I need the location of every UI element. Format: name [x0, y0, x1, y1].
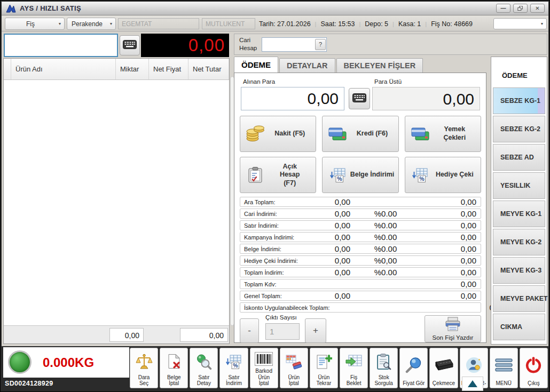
tab-bekleyen-fiisler[interactable]: BEKLEYEN FİŞLER	[336, 58, 423, 73]
toolbar-button-label: Ürün İptal	[288, 374, 300, 386]
category-button-cikma[interactable]: CIKMA	[493, 314, 545, 340]
alinan-para-input[interactable]	[241, 87, 344, 110]
toolbar-button-cikis[interactable]: Çıkış	[520, 348, 548, 388]
company-field: EGEMTAT	[118, 18, 199, 29]
category-button-meyve-kg-3[interactable]: MEYVE KG-3	[493, 257, 545, 284]
toolbar-button-belge-iiptal[interactable]: Belge İptal	[160, 348, 188, 388]
restore-button[interactable]	[513, 4, 528, 13]
toolbar-button-urun-iiptal[interactable]: Ürün İptal	[280, 348, 308, 388]
copies-decrease-button[interactable]: -	[240, 318, 259, 343]
close-button[interactable]: ✕	[530, 4, 545, 13]
toolbar-button-fiyat-gor[interactable]: Fiyat Gör	[399, 348, 428, 388]
window-title: AYS / HIZLI SATIŞ	[20, 4, 81, 12]
payment-button-hediye-ceki[interactable]: %Hediye Çeki	[405, 157, 481, 193]
total-row-total: 0,00	[421, 221, 481, 230]
toolbar-button-fis-beklet[interactable]: Fiş Beklet	[340, 348, 368, 388]
total-row-hediye-ceki-iindirimi: Hediye Çeki İndirimi:0,00%0,000,00	[240, 255, 481, 266]
receipt-type-dropdown[interactable]: Fiş ▼	[5, 18, 65, 30]
info-fis-no: Fiş No: 48669	[431, 20, 473, 28]
product-table-body	[4, 80, 229, 325]
toolbar-button-label: MENÜ	[496, 380, 512, 386]
payment-button-label: Yemek Çekleri	[431, 125, 478, 142]
info-separator: |	[392, 21, 394, 27]
barcode-scan-input[interactable]	[4, 34, 118, 57]
total-row-total: 0,00	[421, 233, 481, 242]
toolbar-button-label: Barkod Ürün İptal	[255, 368, 272, 386]
total-row-label: Hediye Çeki İndirimi:	[240, 258, 301, 264]
total-row-total: 0,00	[421, 209, 481, 218]
row-detail-icon	[195, 350, 212, 374]
toolbar-button-stok-sorgula[interactable]: Stok Sorgula	[370, 348, 398, 388]
info-separator: |	[359, 21, 360, 27]
total-row-amount: 0,00	[301, 244, 350, 253]
toolbar-button-satir-detay[interactable]: Satır Detay	[190, 348, 218, 388]
title-bar: AYS / HIZLI SATIŞ — ✕	[2, 2, 548, 15]
toolbar-button-menu[interactable]: MENÜ	[490, 348, 518, 388]
payment-button-kredi-f6[interactable]: Kredi (F6)	[322, 116, 398, 152]
copies-input[interactable]	[265, 323, 300, 340]
toolbar-button-dara-sec[interactable]: Dara Seç	[130, 348, 158, 388]
top-right-dropdown[interactable]: ▼	[493, 18, 547, 29]
category-button-sebze-kg-1[interactable]: SEBZE KG-1	[493, 87, 545, 114]
info-saat: Saat: 15:53	[320, 20, 355, 28]
table-percent-icon: %	[410, 167, 431, 183]
payment-button-nakit-f5[interactable]: Nakit (F5)	[240, 116, 316, 152]
cari-hesap-input[interactable]	[263, 38, 315, 51]
drawer-icon	[434, 350, 454, 380]
table-percent-icon: %	[327, 167, 348, 183]
toolbar-button-label: Çıkış	[528, 380, 540, 386]
total-row-toplam-kdv: Toplam Kdv:0,00	[240, 279, 481, 289]
session-info: Tarih: 27.01.2026|Saat: 15:53|Depo: 5|Ka…	[259, 18, 473, 30]
total-row-label: Belge İndirimi:	[240, 246, 301, 252]
weight-readout: 0.000KG	[43, 347, 94, 378]
category-button-meyve-kg-1[interactable]: MEYVE KG-1	[493, 201, 545, 227]
triangle-up-icon	[468, 380, 477, 387]
total-row-total: 0,00	[421, 291, 481, 300]
info-depo: Depo: 5	[365, 20, 388, 28]
payment-button-acik-hesap-f7[interactable]: Açık Hesap (F7)	[240, 157, 316, 193]
app-window: AYS / HIZLI SATIŞ — ✕ Fiş ▼ Perakende ▼ …	[0, 0, 550, 392]
info-tarih: Tarih: 27.01.2026	[259, 20, 311, 28]
toolbar-button-cekmece[interactable]: Çekmece	[429, 348, 458, 388]
category-button-meyve-paket[interactable]: MEYVE PAKET	[493, 285, 545, 312]
toolbar-button-label: Ürün Tekrar	[317, 374, 332, 386]
toolbar-button-urun-tekrar[interactable]: Ürün Tekrar	[310, 348, 338, 388]
category-button-yesillik[interactable]: YESILLIK	[493, 172, 545, 199]
toolbar-button-barkod-urun-iiptal[interactable]: Barkod Ürün İptal	[250, 348, 278, 388]
payment-button-belge-iindirimi[interactable]: %Belge İndirimi	[322, 157, 398, 193]
svg-text:%: %	[419, 175, 425, 182]
tab-odeme[interactable]: ÖDEME	[234, 57, 278, 73]
total-row-amount: 0,00	[301, 268, 350, 277]
para-ustu-label: Para Üstü	[374, 78, 402, 85]
cari-hesap-label: Cari Hesap	[239, 36, 262, 52]
power-icon	[525, 350, 541, 380]
chevron-down-icon: ▼	[107, 22, 115, 26]
coins-icon	[245, 125, 266, 142]
cashier-popup-indicator[interactable]	[462, 377, 483, 391]
category-button-meyve-kg-2[interactable]: MEYVE KG-2	[493, 229, 545, 255]
column-header-net-tutar: Net Tutar	[188, 59, 229, 79]
copies-increase-button[interactable]: +	[305, 318, 326, 343]
category-button-sebze-ad[interactable]: SEBZE AD	[493, 144, 545, 171]
cari-hesap-help-button[interactable]: ?	[315, 39, 326, 50]
payment-button-yemek-cekleri[interactable]: Yemek Çekleri	[405, 116, 481, 152]
column-header-miktar: Miktar	[116, 59, 149, 79]
totals-list: Ara Toplam:0,000,00Cari İndirimi:0,00%0.…	[240, 197, 481, 314]
toolbar-button-satir-iindirim[interactable]: %Satır İndirim	[219, 348, 248, 388]
category-button-sebze-kg-2[interactable]: SEBZE KG-2	[493, 116, 545, 142]
total-row-percent: %0.00	[350, 268, 421, 277]
virtual-keyboard-button[interactable]	[349, 88, 370, 109]
minimize-button[interactable]: —	[496, 4, 510, 13]
total-row-label: Toplam Kdv:	[240, 281, 301, 287]
print-last-receipt-button[interactable]: Son Fişi Yazdır	[425, 315, 481, 342]
total-row-label: Cari İndirimi:	[240, 211, 301, 217]
toolbar-button-label: Satır İndirim	[226, 374, 242, 386]
sale-type-dropdown[interactable]: Perakende ▼	[67, 18, 116, 30]
magnifier-icon	[405, 350, 422, 380]
total-row-amount: 0,00	[301, 221, 350, 230]
tab-detaylar[interactable]: DETAYLAR	[279, 58, 335, 73]
total-row-ara-toplam: Ara Toplam:0,000,00	[240, 197, 481, 207]
total-row-label: Satır İndirimi:	[240, 222, 301, 229]
virtual-keyboard-button[interactable]	[120, 35, 140, 55]
total-row-cari-iindirimi: Cari İndirimi:0,00%0.000,00	[240, 209, 481, 219]
